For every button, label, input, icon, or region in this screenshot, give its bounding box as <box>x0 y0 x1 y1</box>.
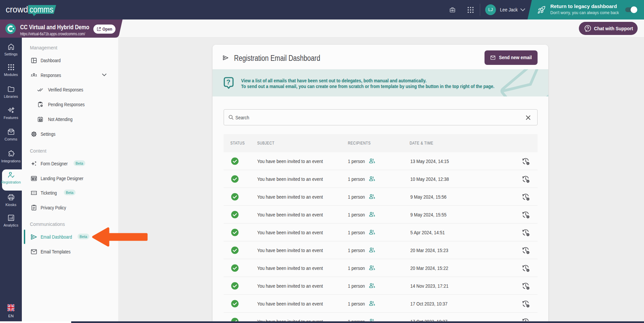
svg-text:?: ? <box>226 78 230 86</box>
svg-text:comms: comms <box>30 5 53 14</box>
